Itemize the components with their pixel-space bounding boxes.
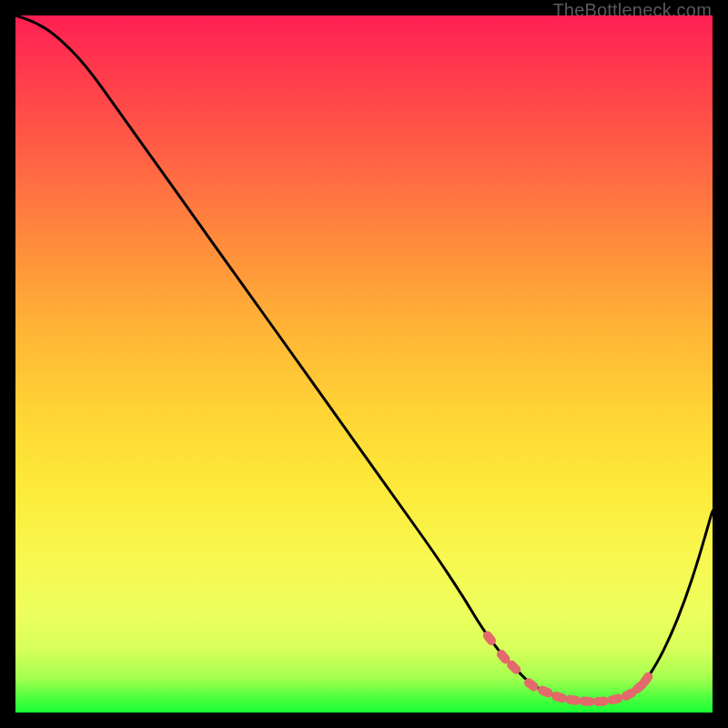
curve-marker [551, 691, 568, 703]
chart-container: TheBottleneck.com [0, 0, 728, 728]
curve-marker [606, 693, 623, 705]
curve-marker [536, 684, 554, 699]
plot-area [15, 15, 713, 713]
curve-marker [565, 694, 581, 705]
curve-marker [579, 696, 594, 706]
bottleneck-curve-svg [15, 15, 713, 713]
curve-marker [593, 696, 610, 706]
bottleneck-curve [15, 15, 713, 702]
curve-markers [481, 630, 654, 707]
